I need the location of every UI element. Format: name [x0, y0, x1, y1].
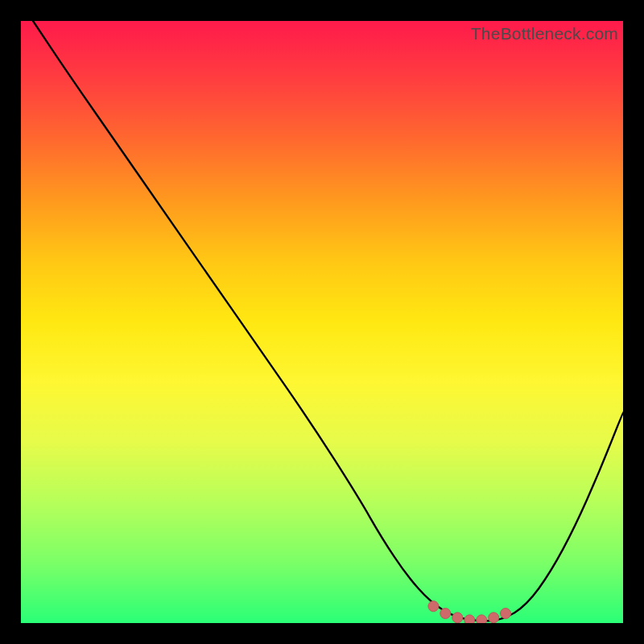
gradient-background	[21, 21, 623, 623]
highlight-marker	[489, 613, 499, 623]
highlight-marker	[452, 613, 463, 623]
highlight-marker	[477, 615, 487, 623]
highlight-marker	[428, 601, 439, 612]
highlight-marker	[501, 609, 511, 619]
chart-frame: TheBottleneck.com	[21, 21, 623, 623]
watermark-text: TheBottleneck.com	[471, 24, 618, 43]
highlight-marker	[464, 615, 475, 623]
highlight-marker	[440, 609, 451, 619]
bottleneck-plot	[21, 21, 623, 623]
